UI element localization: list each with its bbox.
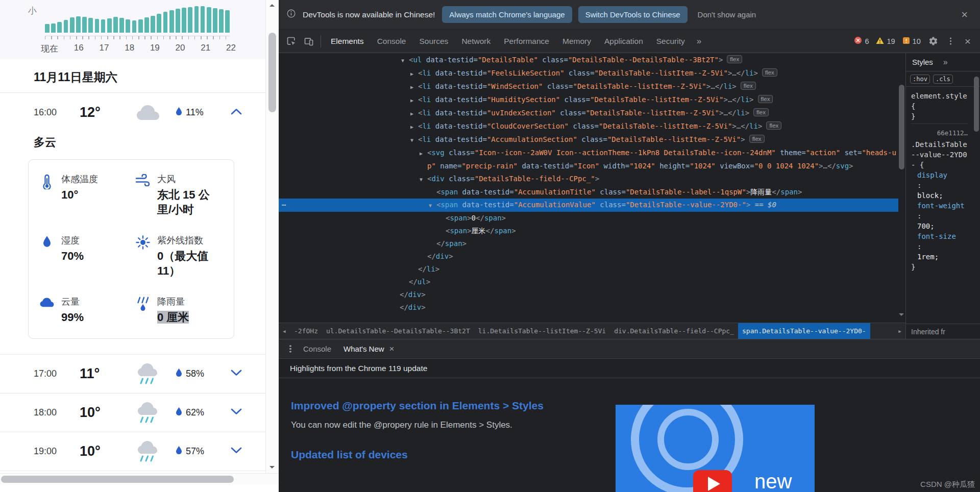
flex-badge[interactable]: flex (727, 55, 742, 63)
tree-scroll-down-icon[interactable] (899, 313, 904, 318)
tab-network[interactable]: Network (455, 30, 497, 53)
dom-tree-node[interactable]: <span>0</span> (279, 212, 898, 225)
horizontal-scroll-thumb[interactable] (1, 476, 234, 483)
drawer-tab-console[interactable]: Console (297, 339, 337, 358)
tab-memory[interactable]: Memory (556, 30, 598, 53)
dom-tree-node[interactable]: </div> (279, 288, 898, 301)
warnings-badge[interactable]: 19 (876, 37, 895, 46)
hour-row[interactable]: 17:0011°58% (0, 354, 265, 393)
dom-tree-node[interactable]: <span>厘米</span> (279, 225, 898, 237)
dom-tree-node[interactable]: ▼<div class="DetailsTable--field--CPpc_"… (279, 173, 898, 186)
collapsed-arrow-icon[interactable]: ▶ (410, 67, 418, 80)
devtools-menu-icon[interactable] (942, 33, 960, 50)
dom-tree-node[interactable]: </span> (279, 237, 898, 250)
dom-tree-node[interactable]: ▶<li data-testid="FeelsLikeSection" clas… (279, 67, 898, 80)
dom-tree-node[interactable]: ▶<svg class="Icon--icon--2aW0V Icon--act… (279, 146, 898, 173)
breadcrumb-item[interactable]: li.DetailsTable--listItem--Z-5Vi (474, 323, 610, 339)
breadcrumbs-back-icon[interactable]: ◀ (279, 323, 290, 339)
css-selector[interactable]: element.style { (911, 91, 968, 111)
expanded-arrow-icon[interactable]: ▼ (401, 54, 409, 67)
dom-tree-node[interactable]: ⋯▼<span data-testid="AccumulationValue" … (279, 199, 898, 212)
issues-badge[interactable]: 10 (902, 37, 921, 46)
toggle-hov[interactable]: :hov (910, 75, 930, 84)
collapsed-arrow-icon[interactable]: ▶ (410, 107, 418, 120)
breadcrumb-item[interactable]: ul.DetailsTable--DetailsTable--3Bt2T (322, 323, 474, 339)
expanded-arrow-icon[interactable]: ▼ (429, 199, 436, 212)
expanded-arrow-icon[interactable]: ▼ (420, 173, 427, 186)
whats-new-thumbnail[interactable]: new (616, 405, 815, 492)
more-tabs-icon[interactable]: » (692, 36, 706, 46)
tab-sources[interactable]: Sources (413, 30, 455, 53)
tab-performance[interactable]: Performance (497, 30, 556, 53)
inspect-icon[interactable] (283, 33, 300, 50)
collapsed-arrow-icon[interactable]: ▶ (410, 94, 418, 107)
tab-security[interactable]: Security (650, 30, 692, 53)
css-declaration[interactable]: font-weight:700; (911, 201, 968, 231)
dom-tree-node[interactable]: </div> (279, 301, 898, 314)
infobar-close-icon[interactable]: × (957, 9, 972, 20)
flex-badge[interactable]: flex (766, 121, 781, 130)
drawer-tab-whats-new[interactable]: What's New × (337, 339, 401, 358)
breadcrumb-item[interactable]: span.DetailsTable--value--2YD0- (738, 323, 870, 339)
tab-console[interactable]: Console (371, 30, 413, 53)
vertical-scroll-thumb[interactable] (268, 33, 276, 112)
device-toolbar-icon[interactable] (300, 33, 317, 50)
chevron-down-icon[interactable] (231, 367, 242, 380)
page-horizontal-scrollbar[interactable] (0, 473, 279, 484)
drawer-menu-icon[interactable] (284, 348, 297, 350)
tab-application[interactable]: Application (598, 30, 650, 53)
dom-tree-node[interactable]: ▶<li data-testid="uvIndexSection" class=… (279, 107, 898, 120)
breadcrumb-item[interactable]: -2fOHz (290, 323, 322, 339)
hour-row[interactable]: 16:0012°11% (0, 93, 265, 132)
hour-row[interactable]: 19:0010°57% (0, 432, 265, 471)
scroll-down-arrow-icon[interactable] (266, 461, 279, 473)
switch-to-chinese-button[interactable]: Switch DevTools to Chinese (578, 6, 688, 23)
breadcrumbs-forward-icon[interactable]: ▶ (894, 323, 905, 339)
dom-tree-node[interactable]: ▶<li data-testid="HumiditySection" class… (279, 93, 898, 107)
css-selector[interactable]: .DetailsTable--value--2YD0- { (911, 139, 968, 170)
dom-tree-node[interactable]: ▼<ul data-testid="DetailsTable" class="D… (279, 54, 898, 67)
collapsed-arrow-icon[interactable]: ▶ (410, 81, 418, 93)
tab-elements[interactable]: Elements (324, 30, 371, 53)
errors-badge[interactable]: 6 (854, 36, 869, 46)
overflow-dots-icon[interactable]: ⋯ (282, 199, 286, 211)
collapsed-arrow-icon[interactable]: ▶ (420, 147, 427, 160)
breadcrumb-item[interactable]: div.DetailsTable--field--CPpc_ (610, 323, 738, 339)
chevron-down-icon[interactable] (231, 445, 242, 458)
chevron-down-icon[interactable] (231, 406, 242, 419)
css-declaration[interactable]: display:block; (911, 170, 968, 201)
flex-badge[interactable]: flex (753, 108, 769, 116)
dont-show-again-button[interactable]: Don't show again (694, 6, 761, 23)
dom-tree-node[interactable]: <span data-testid="AccumulationTitle" cl… (279, 186, 898, 199)
expanded-arrow-icon[interactable]: ▼ (410, 134, 418, 146)
page-vertical-scrollbar[interactable] (265, 0, 279, 473)
chevron-up-icon[interactable] (231, 106, 242, 119)
issues-icon (902, 37, 910, 46)
flex-badge[interactable]: flex (758, 95, 773, 103)
scroll-up-arrow-icon[interactable] (266, 0, 279, 12)
dom-tree-node[interactable]: </li> (279, 263, 898, 276)
css-declaration[interactable]: font-size:1rem; (911, 231, 968, 262)
youtube-play-icon[interactable] (693, 470, 732, 492)
droplet-icon (176, 446, 182, 457)
flex-badge[interactable]: flex (741, 82, 756, 90)
sidebar-more-tabs-icon[interactable]: » (943, 58, 948, 67)
collapsed-arrow-icon[interactable]: ▶ (410, 120, 418, 133)
devtools-close-icon[interactable]: × (960, 36, 976, 46)
hour-row[interactable]: 18:0010°62% (0, 393, 265, 432)
flex-badge[interactable]: flex (762, 68, 777, 77)
flex-badge[interactable]: flex (749, 135, 765, 143)
dom-tree-node[interactable]: ▶<li data-testid="WindSection" class="De… (279, 80, 898, 93)
toggle-cls[interactable]: .cls (933, 75, 953, 84)
stylesheet-source-link[interactable]: 66e1112… (911, 128, 968, 138)
dom-tree-node[interactable]: ▼<li data-testid="AccumulationSection" c… (279, 133, 898, 146)
tab-styles[interactable]: Styles (912, 58, 933, 66)
always-match-language-button[interactable]: Always match Chrome's language (442, 6, 572, 23)
dom-tree-node[interactable]: </div> (279, 250, 898, 263)
tab-close-icon[interactable]: × (389, 344, 395, 354)
styles-scroll-thumb[interactable] (974, 77, 979, 132)
dom-tree-node[interactable]: ▶<li data-testid="CloudCoverSection" cla… (279, 120, 898, 133)
dom-tree-node[interactable]: </ul> (279, 276, 898, 288)
tree-scroll-thumb[interactable] (899, 85, 904, 169)
settings-gear-icon[interactable] (925, 33, 942, 50)
